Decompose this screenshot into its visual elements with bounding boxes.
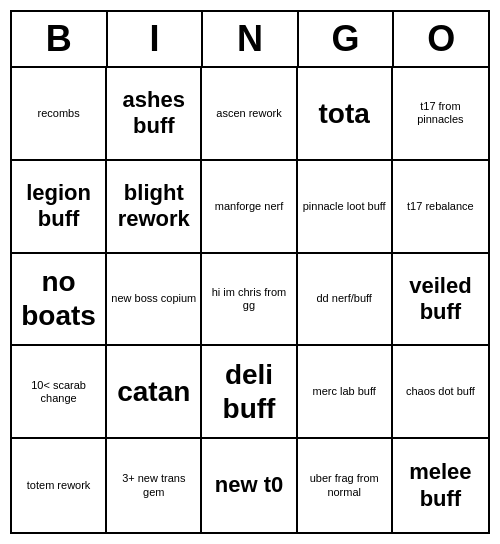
bingo-cell-24: melee buff xyxy=(393,439,488,532)
header-letter: O xyxy=(394,12,488,66)
bingo-cell-5: legion buff xyxy=(12,161,107,254)
bingo-cell-9: t17 rebalance xyxy=(393,161,488,254)
bingo-grid: recombsashes buffascen reworktotat17 fro… xyxy=(12,68,488,532)
bingo-cell-15: 10< scarab change xyxy=(12,346,107,439)
bingo-header: BINGO xyxy=(12,12,488,68)
bingo-cell-21: 3+ new trans gem xyxy=(107,439,202,532)
bingo-cell-0: recombs xyxy=(12,68,107,161)
bingo-cell-16: catan xyxy=(107,346,202,439)
bingo-cell-20: totem rework xyxy=(12,439,107,532)
header-letter: N xyxy=(203,12,299,66)
bingo-cell-8: pinnacle loot buff xyxy=(298,161,393,254)
bingo-cell-3: tota xyxy=(298,68,393,161)
bingo-cell-13: dd nerf/buff xyxy=(298,254,393,347)
bingo-card: BINGO recombsashes buffascen reworktotat… xyxy=(10,10,490,534)
bingo-cell-11: new boss copium xyxy=(107,254,202,347)
bingo-cell-18: merc lab buff xyxy=(298,346,393,439)
bingo-cell-12: hi im chris from gg xyxy=(202,254,297,347)
bingo-cell-1: ashes buff xyxy=(107,68,202,161)
header-letter: B xyxy=(12,12,108,66)
bingo-cell-6: blight rework xyxy=(107,161,202,254)
bingo-cell-19: chaos dot buff xyxy=(393,346,488,439)
bingo-cell-7: manforge nerf xyxy=(202,161,297,254)
bingo-cell-17: deli buff xyxy=(202,346,297,439)
header-letter: I xyxy=(108,12,204,66)
bingo-cell-10: no boats xyxy=(12,254,107,347)
bingo-cell-22: new t0 xyxy=(202,439,297,532)
bingo-cell-14: veiled buff xyxy=(393,254,488,347)
bingo-cell-2: ascen rework xyxy=(202,68,297,161)
bingo-cell-4: t17 from pinnacles xyxy=(393,68,488,161)
bingo-cell-23: uber frag from normal xyxy=(298,439,393,532)
header-letter: G xyxy=(299,12,395,66)
